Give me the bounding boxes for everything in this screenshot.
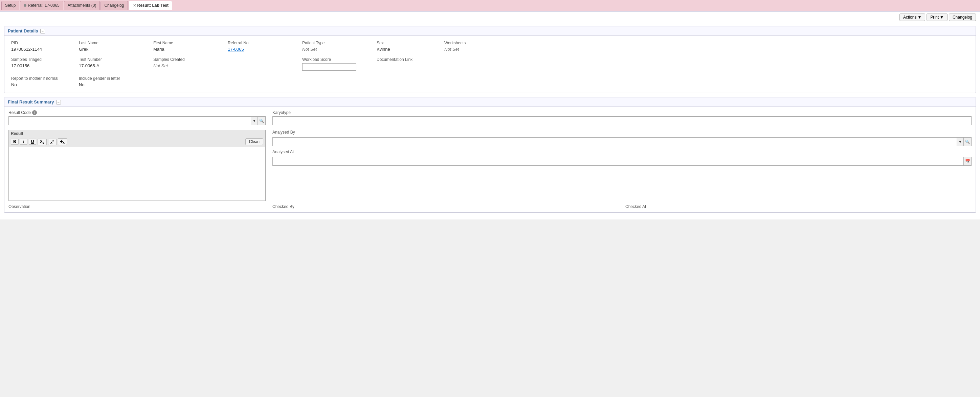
strikethrough-button[interactable]: Tx bbox=[58, 138, 67, 145]
tab-changelog-label: Changelog bbox=[104, 3, 124, 8]
patient-grid-row2: Samples Triaged 17.00156 Test Number 17-… bbox=[8, 56, 972, 73]
test-number-field: Test Number 17-0065-A bbox=[76, 56, 151, 73]
tab-referral-dot bbox=[24, 4, 26, 7]
patient-details-toggle[interactable]: − bbox=[40, 29, 45, 33]
include-gender-label: Include gender in letter bbox=[79, 76, 148, 81]
patient-type-label: Patient Type bbox=[302, 41, 371, 45]
test-number-value: 17-0065-A bbox=[79, 63, 148, 69]
samples-created-label: Samples Created bbox=[153, 57, 222, 62]
analysed-by-input-row: ▼ 🔍 bbox=[272, 137, 972, 146]
last-name-field: Last Name Grek bbox=[76, 39, 151, 54]
last-name-value: Grek bbox=[79, 46, 148, 52]
tab-setup[interactable]: Setup bbox=[2, 1, 19, 10]
report-mother-value: No bbox=[11, 81, 73, 88]
final-result-title: Final Result Summary bbox=[8, 99, 54, 105]
include-gender-value: No bbox=[79, 81, 148, 88]
tab-attachments[interactable]: Attachments (0) bbox=[64, 1, 100, 10]
analysed-at-input[interactable] bbox=[272, 157, 963, 166]
pid-field: PID 19700612-1144 bbox=[8, 39, 76, 54]
changelog-button[interactable]: Changelog bbox=[949, 14, 976, 21]
pid-value: 19700612-1144 bbox=[11, 46, 73, 52]
referral-no-value[interactable]: 17-0065 bbox=[228, 46, 297, 52]
karyotype-label-row: Karyotype bbox=[272, 110, 972, 115]
patient-type-value: Not Set bbox=[302, 46, 371, 52]
result-code-search-button[interactable]: 🔍 bbox=[258, 116, 266, 125]
workload-score-input-wrapper bbox=[302, 63, 371, 71]
analysed-by-search-button[interactable]: 🔍 bbox=[963, 137, 972, 146]
analysed-group: Analysed By ▼ 🔍 Analysed At 📅 bbox=[272, 130, 972, 166]
analysed-by-input[interactable] bbox=[272, 137, 957, 146]
samples-triaged-field: Samples Triaged 17.00156 bbox=[8, 56, 76, 73]
patient-details-section: Patient Details − PID 19700612-1144 Last… bbox=[4, 26, 976, 93]
sex-field: Sex Kvinne bbox=[374, 39, 442, 54]
print-arrow-icon: ▼ bbox=[940, 15, 944, 20]
patient-details-body: PID 19700612-1144 Last Name Grek First N… bbox=[5, 36, 975, 93]
checked-at-label: Checked At bbox=[625, 204, 972, 209]
referral-no-label: Referral No bbox=[228, 41, 297, 45]
toolbar: Actions ▼ Print ▼ Changelog bbox=[0, 11, 980, 23]
tab-result-label: Result: Lab Test bbox=[137, 3, 169, 8]
bold-button[interactable]: B bbox=[11, 139, 19, 145]
patient-grid-row1: PID 19700612-1144 Last Name Grek First N… bbox=[8, 39, 972, 54]
karyotype-group: Karyotype bbox=[272, 110, 972, 125]
last-name-label: Last Name bbox=[79, 41, 148, 45]
changelog-label: Changelog bbox=[953, 15, 972, 20]
tab-attachments-label: Attachments (0) bbox=[68, 3, 97, 8]
result-code-info-icon[interactable]: i bbox=[32, 110, 37, 115]
subscript-button[interactable]: X2 bbox=[38, 139, 46, 145]
result-editor-container: B I U X2 x2 Tx Clean bbox=[8, 137, 266, 201]
observation-row: Observation Checked By Checked At bbox=[8, 204, 972, 209]
result-code-input[interactable] bbox=[8, 116, 251, 125]
report-mother-field: Report to mother if normal No bbox=[8, 75, 76, 89]
samples-created-field: Samples Created Not Set bbox=[151, 56, 225, 73]
tab-referral[interactable]: Referral: 17-0065 bbox=[20, 1, 63, 10]
actions-button[interactable]: Actions ▼ bbox=[899, 14, 925, 21]
pid-label: PID bbox=[11, 41, 73, 45]
analysed-at-label: Analysed At bbox=[272, 149, 972, 154]
tab-bar: Setup Referral: 17-0065 Attachments (0) … bbox=[0, 0, 980, 11]
referral-no-field: Referral No 17-0065 bbox=[225, 39, 299, 54]
actions-label: Actions bbox=[903, 15, 916, 20]
patient-grid-row3: Report to mother if normal No Include ge… bbox=[8, 75, 972, 89]
analysed-by-label: Analysed By bbox=[272, 130, 972, 135]
calendar-button[interactable]: 📅 bbox=[963, 157, 972, 166]
sex-label: Sex bbox=[377, 41, 439, 45]
result-code-dropdown-arrow[interactable]: ▼ bbox=[251, 116, 258, 125]
tab-result-lab-test[interactable]: ✕ Result: Lab Test bbox=[129, 1, 172, 10]
result-editor-group: Result B I U X2 x2 Tx Clean bbox=[8, 130, 266, 201]
karyotype-label: Karyotype bbox=[272, 110, 291, 115]
karyotype-input[interactable] bbox=[272, 116, 972, 125]
documentation-link-label: Documentation Link bbox=[377, 57, 439, 62]
samples-created-value: Not Set bbox=[153, 63, 222, 69]
patient-type-field: Patient Type Not Set bbox=[299, 39, 374, 54]
worksheets-field: Worksheets Not Set bbox=[442, 39, 516, 54]
result-editor-area[interactable] bbox=[9, 146, 265, 200]
tab-referral-label: Referral: 17-0065 bbox=[28, 3, 59, 8]
result-editor-row: Result B I U X2 x2 Tx Clean bbox=[8, 130, 972, 201]
tab-changelog[interactable]: Changelog bbox=[100, 1, 127, 10]
workload-score-input[interactable] bbox=[302, 63, 356, 71]
analysed-by-dropdown-arrow[interactable]: ▼ bbox=[957, 137, 963, 146]
result-code-label-row: Result Code i bbox=[8, 110, 266, 115]
result-code-row: Result Code i ▼ 🔍 Karyotype bbox=[8, 110, 972, 125]
clean-button[interactable]: Clean bbox=[245, 138, 263, 145]
tab-result-close-icon[interactable]: ✕ bbox=[133, 3, 136, 8]
superscript-button[interactable]: x2 bbox=[48, 139, 57, 145]
final-result-toggle[interactable]: − bbox=[56, 100, 61, 105]
final-result-section: Final Result Summary − Result Code i ▼ 🔍 bbox=[4, 97, 976, 213]
analysed-by-field: Analysed By ▼ 🔍 bbox=[272, 130, 972, 146]
print-button[interactable]: Print ▼ bbox=[926, 14, 948, 21]
patient-details-title: Patient Details bbox=[8, 29, 38, 33]
observation-label: Observation bbox=[8, 204, 266, 209]
worksheets-value: Not Set bbox=[444, 46, 513, 52]
actions-arrow-icon: ▼ bbox=[917, 15, 921, 20]
sex-value: Kvinne bbox=[377, 46, 439, 52]
patient-details-header: Patient Details − bbox=[5, 26, 975, 36]
samples-triaged-label: Samples Triaged bbox=[11, 57, 73, 62]
final-result-body: Result Code i ▼ 🔍 Karyotype bbox=[5, 107, 975, 212]
underline-button[interactable]: U bbox=[29, 139, 37, 145]
include-gender-field: Include gender in letter No bbox=[76, 75, 151, 89]
italic-button[interactable]: I bbox=[20, 139, 27, 145]
checked-by-label: Checked By bbox=[272, 204, 619, 209]
first-name-label: First Name bbox=[153, 41, 222, 45]
